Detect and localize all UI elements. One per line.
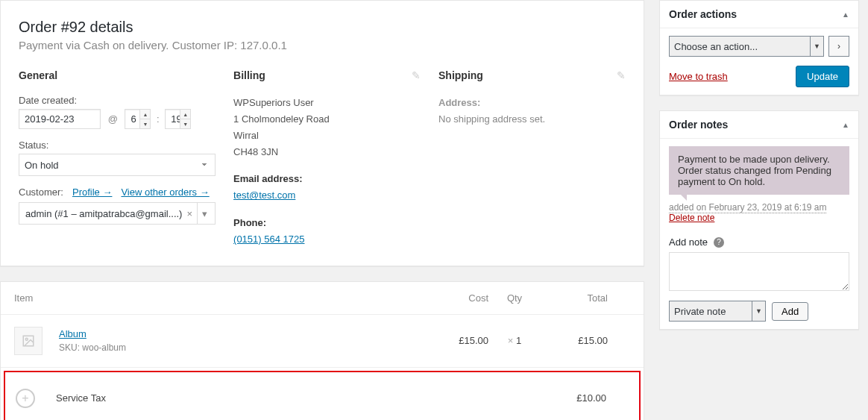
- email-label: Email address:: [233, 171, 421, 187]
- apply-action-button[interactable]: ›: [828, 36, 849, 57]
- shipping-column: ✎ Shipping Address: No shipping address …: [438, 69, 626, 248]
- add-note-button[interactable]: Add: [772, 302, 808, 321]
- billing-email-link[interactable]: test@test.com: [233, 189, 295, 201]
- billing-column: ✎ Billing WPSuperiors User 1 Cholmondele…: [233, 69, 421, 248]
- system-note: Payment to be made upon delivery. Order …: [669, 146, 849, 195]
- view-orders-link[interactable]: View other orders →: [121, 187, 209, 198]
- billing-phone-link[interactable]: (0151) 564 1725: [233, 233, 304, 245]
- billing-postcode: CH48 3JN: [233, 144, 421, 160]
- header-cost: Cost: [421, 292, 488, 304]
- header-total: Total: [541, 292, 608, 304]
- collapse-icon: ▲: [842, 121, 849, 129]
- item-name-link[interactable]: Album: [59, 328, 87, 339]
- date-created-label: Date created:: [19, 95, 216, 106]
- billing-city: Wirral: [233, 128, 421, 144]
- hour-spinner[interactable]: ▲▼: [139, 110, 150, 128]
- at-separator: @: [108, 113, 118, 125]
- order-actions-panel: Order actions ▲ Choose an action... ▼ › …: [659, 0, 859, 95]
- item-row: Album SKU: woo-album £15.00 × 1 £15.00: [1, 315, 644, 368]
- status-select[interactable]: On hold: [19, 154, 216, 176]
- general-column: General Date created: @ ▲▼ : ▲▼: [19, 69, 216, 248]
- edit-shipping-icon[interactable]: ✎: [617, 69, 626, 81]
- customer-value: admin (#1 – amitpatrabca@gmail....): [25, 208, 182, 219]
- status-label: Status:: [19, 140, 216, 151]
- customer-label: Customer:: [19, 187, 63, 198]
- note-type-select[interactable]: Private note: [669, 301, 766, 322]
- shipping-heading: Shipping: [438, 69, 626, 81]
- item-total: £15.00: [541, 335, 608, 346]
- edit-billing-icon[interactable]: ✎: [412, 69, 421, 81]
- add-note-textarea[interactable]: [669, 252, 849, 291]
- profile-link[interactable]: Profile →: [72, 187, 112, 198]
- header-item: Item: [14, 292, 421, 304]
- billing-line1: 1 Cholmondeley Road: [233, 111, 421, 128]
- item-sku: SKU: woo-album: [59, 342, 421, 353]
- shipping-no-address: No shipping address set.: [438, 113, 545, 125]
- collapse-icon: ▲: [842, 10, 849, 19]
- delete-note-link[interactable]: Delete note: [669, 213, 714, 223]
- add-note-label: Add note: [669, 236, 708, 248]
- order-details-panel: Order #92 details Payment via Cash on de…: [0, 0, 644, 266]
- customer-select[interactable]: admin (#1 – amitpatrabca@gmail....) × ▾: [19, 202, 216, 225]
- item-qty: × 1: [488, 335, 541, 346]
- general-heading: General: [19, 69, 216, 81]
- fee-total: £10.00: [539, 392, 606, 404]
- move-to-trash-link[interactable]: Move to trash: [669, 71, 728, 82]
- order-notes-panel: Order notes ▲ Payment to be made upon de…: [659, 110, 859, 330]
- note-meta: added on February 23, 2019 at 6:19 am De…: [669, 202, 849, 223]
- order-action-select[interactable]: Choose an action...: [669, 36, 824, 57]
- minute-spinner[interactable]: ▲▼: [180, 110, 190, 128]
- customer-caret-icon: ▾: [197, 203, 212, 224]
- customer-clear-icon[interactable]: ×: [186, 208, 192, 219]
- order-actions-heading[interactable]: Order actions ▲: [660, 1, 858, 28]
- fee-name: Service Tax: [56, 392, 420, 404]
- order-notes-heading[interactable]: Order notes ▲: [660, 111, 858, 139]
- order-title: Order #92 details: [19, 19, 626, 36]
- billing-name: WPSuperiors User: [233, 95, 421, 111]
- billing-heading: Billing: [233, 69, 421, 81]
- order-items-panel: Item Cost Qty Total Album SKU: woo-album…: [0, 281, 644, 420]
- shipping-address-label: Address:: [438, 97, 480, 108]
- order-subtitle: Payment via Cash on delivery. Customer I…: [19, 39, 626, 51]
- date-created-input[interactable]: [19, 109, 101, 129]
- help-icon[interactable]: ?: [714, 237, 724, 248]
- product-thumb-placeholder-icon: [14, 327, 43, 355]
- header-qty: Qty: [488, 292, 541, 304]
- items-header-row: Item Cost Qty Total: [1, 282, 644, 315]
- phone-label: Phone:: [233, 215, 421, 231]
- item-cost: £15.00: [421, 335, 488, 346]
- svg-point-1: [25, 338, 28, 340]
- time-colon: :: [157, 113, 160, 125]
- fee-row-highlight: + Service Tax £10.00: [4, 371, 641, 420]
- fee-plus-icon: +: [16, 389, 35, 408]
- update-button[interactable]: Update: [796, 66, 849, 87]
